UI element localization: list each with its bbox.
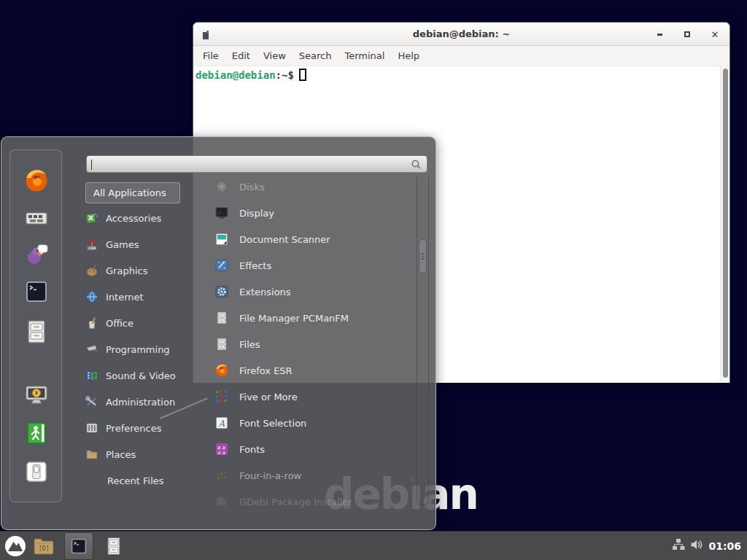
- app-file-manager-pcmanfm[interactable]: File Manager PCManFM: [208, 305, 417, 331]
- category-games[interactable]: Games: [85, 231, 198, 257]
- favorite-packages[interactable]: [23, 205, 50, 231]
- app-five-or-more[interactable]: Five or More: [208, 384, 417, 410]
- category-programming[interactable]: Programming: [85, 336, 198, 362]
- log-out-icon: [23, 420, 50, 446]
- file-cabinet-icon: [214, 311, 229, 325]
- favorite-terminal[interactable]: [23, 279, 50, 305]
- terminal-cursor: [299, 69, 306, 81]
- effects-icon: [214, 258, 229, 273]
- taskbar-terminal-button[interactable]: [64, 532, 93, 560]
- application-list: Disks Display Document Scanner Effects E…: [208, 174, 417, 515]
- taskbar-file-manager-launcher[interactable]: [D]: [31, 532, 57, 560]
- all-applications-button[interactable]: All Applications: [85, 182, 180, 203]
- taskbar-clock[interactable]: 01:06: [708, 540, 741, 552]
- taskbar-files-launcher[interactable]: [101, 532, 127, 560]
- category-recent-files[interactable]: Recent Files: [85, 467, 198, 494]
- fonts-icon: a aa a: [214, 442, 229, 456]
- terminal-scrollbar-thumb[interactable]: [723, 69, 728, 378]
- terminal-menubar: File Edit View Search Terminal Help: [193, 46, 729, 66]
- four-in-a-row-icon: [214, 468, 229, 483]
- sound-video-icon: [85, 369, 98, 382]
- category-internet[interactable]: Internet: [85, 284, 198, 310]
- category-graphics[interactable]: Graphics: [85, 257, 198, 284]
- taskbar-menu-button[interactable]: [0, 532, 31, 560]
- favorite-file-manager[interactable]: [23, 319, 50, 345]
- app-four-in-a-row[interactable]: Four-in-a-row: [208, 462, 417, 489]
- category-preferences[interactable]: Preferences: [85, 415, 198, 441]
- games-icon: [85, 238, 98, 251]
- favorite-lock-screen[interactable]: [23, 382, 50, 408]
- favorite-pidgin[interactable]: [23, 242, 50, 268]
- font-selection-icon: A: [214, 416, 229, 430]
- file-cabinet-icon: [214, 337, 229, 351]
- menu-list-scrollbar-thumb[interactable]: [419, 239, 427, 273]
- terminal-icon: [23, 279, 50, 305]
- firefox-icon: [23, 168, 50, 194]
- terminal-scrollbar[interactable]: [720, 66, 729, 383]
- graphics-icon: [85, 264, 98, 277]
- menu-terminal[interactable]: Terminal: [338, 47, 391, 64]
- app-font-selection[interactable]: A Font Selection: [208, 410, 417, 436]
- menu-search-box: [86, 155, 427, 173]
- extensions-icon: [214, 284, 229, 299]
- app-document-scanner[interactable]: Document Scanner: [208, 226, 417, 252]
- menu-search[interactable]: Search: [293, 47, 338, 64]
- close-button[interactable]: ✕: [709, 28, 721, 40]
- administration-icon: [85, 395, 98, 408]
- office-icon: [85, 316, 98, 330]
- terminal-icon: [69, 537, 88, 556]
- taskbar: [D] 01:06: [0, 531, 747, 560]
- terminal-titlebar[interactable]: debian@debian: ~ ✕: [193, 23, 729, 46]
- category-administration[interactable]: Administration: [85, 389, 198, 415]
- category-sound-video[interactable]: Sound & Video: [85, 362, 198, 389]
- menu-edit[interactable]: Edit: [225, 47, 257, 64]
- category-accessories[interactable]: Accessories: [85, 205, 198, 231]
- app-effects[interactable]: Effects: [208, 252, 417, 279]
- shell-prompt: debian@debian:~$: [193, 66, 729, 81]
- category-places[interactable]: Places: [85, 441, 198, 467]
- favorite-shut-down[interactable]: [23, 459, 50, 485]
- app-display[interactable]: Display: [208, 200, 417, 226]
- menu-button-icon: [4, 535, 26, 557]
- app-extensions[interactable]: Extensions: [208, 279, 417, 305]
- file-cabinet-icon: [104, 536, 123, 556]
- internet-icon: [85, 290, 98, 303]
- packages-icon: [23, 205, 50, 231]
- folder-icon: [D]: [32, 535, 55, 557]
- app-files[interactable]: Files: [208, 331, 417, 357]
- disks-icon: [214, 179, 229, 194]
- maximize-button[interactable]: [681, 28, 693, 40]
- menu-view[interactable]: View: [257, 47, 293, 64]
- terminal-app-icon: [202, 29, 210, 43]
- volume-icon[interactable]: [690, 538, 703, 554]
- firefox-icon: [214, 363, 229, 378]
- category-office[interactable]: Office: [85, 310, 198, 336]
- five-or-more-icon: [214, 389, 229, 404]
- app-gdebi-package-installer[interactable]: GDebi Package Installer: [208, 489, 417, 515]
- display-icon: [214, 206, 229, 220]
- places-icon: [85, 448, 98, 461]
- lock-screen-icon: [23, 382, 50, 408]
- favorite-log-out[interactable]: [23, 420, 50, 446]
- minimize-button[interactable]: [654, 28, 665, 40]
- menu-help[interactable]: Help: [391, 47, 426, 64]
- document-scanner-icon: [214, 232, 229, 246]
- gdebi-icon: [214, 494, 229, 509]
- pidgin-icon: [23, 242, 50, 268]
- svg-text:[D]: [D]: [39, 545, 49, 552]
- menu-file[interactable]: File: [196, 47, 225, 64]
- app-disks[interactable]: Disks: [208, 174, 417, 200]
- application-menu: All Applications Accessories Games Graph…: [1, 136, 436, 530]
- favorites-rail: [9, 149, 62, 502]
- favorite-firefox[interactable]: [23, 168, 50, 194]
- search-icon: [411, 159, 422, 173]
- search-input[interactable]: [87, 156, 427, 172]
- svg-text:A: A: [218, 419, 225, 429]
- svg-text:a a: a a: [217, 450, 225, 456]
- network-icon[interactable]: [672, 538, 685, 554]
- app-fonts[interactable]: a aa a Fonts: [208, 436, 417, 462]
- desktop: debıan debian@debian: ~ ✕ File Edit View…: [0, 0, 747, 560]
- shut-down-icon: [23, 459, 50, 485]
- menu-list-scrollbar[interactable]: [417, 176, 429, 505]
- app-firefox-esr[interactable]: Firefox ESR: [208, 357, 417, 384]
